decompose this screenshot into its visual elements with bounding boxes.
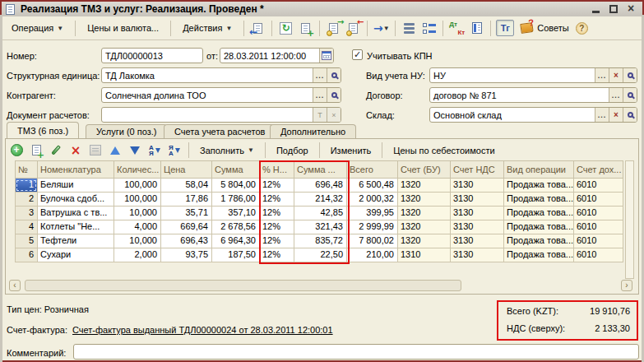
column-header[interactable]: Количес...	[114, 160, 161, 179]
edit-row-button[interactable]	[48, 142, 64, 159]
tab-services[interactable]: Услуги (0 поз.)	[86, 124, 167, 138]
table-cell[interactable]: 100,000	[114, 193, 161, 207]
table-cell[interactable]: 10,000	[114, 207, 161, 220]
table-cell[interactable]: 2,000	[114, 248, 161, 262]
kpn-checkbox[interactable]: ✓	[352, 49, 363, 60]
table-cell[interactable]: 2 999,99	[347, 220, 398, 234]
table-cell[interactable]: 835,72	[294, 234, 347, 248]
table-cell[interactable]: 187,50	[212, 248, 260, 262]
table-cell[interactable]: 7 800,02	[347, 234, 398, 248]
column-header[interactable]: Сумма	[212, 160, 260, 179]
table-row[interactable]: 6Сухари2,00093,75187,5012%22,50210,00131…	[15, 248, 623, 262]
column-header[interactable]: Всего	[347, 160, 398, 179]
change-button[interactable]: Изменить	[326, 143, 377, 158]
table-cell[interactable]: 3130	[451, 220, 504, 234]
end-edit-button[interactable]	[87, 142, 104, 159]
vertical-scrollbar[interactable]	[625, 160, 634, 279]
add-row-button[interactable]: +	[8, 142, 25, 159]
date-field[interactable]: 28.03.2011 12:00:00	[220, 48, 334, 63]
table-cell[interactable]: Продажа това...	[504, 193, 574, 207]
horizontal-scrollbar[interactable]: ‹ ›	[8, 279, 633, 292]
column-header[interactable]: Сумма ...	[294, 160, 347, 179]
table-cell[interactable]: 58,04	[161, 179, 212, 193]
column-header[interactable]: Вид операции	[504, 160, 574, 179]
warehouse-field[interactable]: Основной склад ... ×	[429, 107, 637, 123]
table-cell[interactable]: 210,00	[347, 248, 398, 262]
post-document-button[interactable]: ←	[249, 20, 266, 37]
comment-input[interactable]	[73, 344, 639, 360]
table-cell[interactable]: 696,48	[294, 179, 347, 193]
goto-button[interactable]: →▼	[373, 20, 390, 37]
dt-kt-button[interactable]: ДтКт	[448, 20, 466, 37]
table-cell[interactable]: Беляши	[38, 179, 114, 193]
table-row[interactable]: 1Беляши100,00058,045 804,0012%696,486 50…	[15, 179, 623, 193]
table-cell[interactable]: 6010	[574, 179, 623, 193]
table-cell[interactable]: 321,43	[294, 220, 347, 234]
table-cell[interactable]: 399,95	[347, 207, 398, 220]
table-cell[interactable]: 12%	[260, 220, 294, 234]
sort-desc-button[interactable]: ЯА	[166, 142, 183, 159]
nu-field[interactable]: НУ ... ×	[429, 67, 637, 83]
table-cell[interactable]: Ватрушка с тв...	[38, 207, 114, 220]
tab-settlement-accounts[interactable]: Счета учета расчетов	[164, 124, 276, 138]
table-cell[interactable]: 6010	[574, 207, 623, 220]
money-return-button[interactable]: ←	[345, 20, 362, 37]
table-cell[interactable]: Тефтели	[38, 234, 114, 248]
table-cell[interactable]: 3130	[451, 179, 504, 193]
table-cell[interactable]: 1320	[398, 220, 451, 234]
table-cell[interactable]: 12%	[260, 193, 294, 207]
copy-document-button[interactable]: +	[297, 20, 314, 37]
table-cell[interactable]: 12%	[260, 248, 294, 262]
tips-button[interactable]: Советы	[517, 21, 572, 35]
open-button[interactable]	[327, 88, 341, 102]
table-cell[interactable]: 6010	[574, 248, 623, 262]
table-cell[interactable]: 4,000	[114, 220, 161, 234]
table-cell[interactable]: 5 804,00	[212, 179, 260, 193]
fill-button[interactable]: Заполнить▼	[195, 143, 259, 158]
table-cell[interactable]: Продажа това...	[504, 248, 574, 262]
table-cell[interactable]: 12%	[260, 234, 294, 248]
table-cell[interactable]: Продажа това...	[504, 220, 574, 234]
structure-list-button[interactable]	[401, 20, 418, 37]
select-button[interactable]: ...	[609, 88, 623, 102]
column-header[interactable]: Номенклатура	[38, 160, 114, 179]
table-cell[interactable]: Котлеты "Не...	[38, 220, 114, 234]
select-button[interactable]: ...	[595, 68, 609, 82]
table-cell[interactable]: 6010	[574, 234, 623, 248]
open-button[interactable]	[623, 68, 637, 82]
clear-button[interactable]: ×	[609, 108, 623, 122]
table-cell[interactable]: Булочка сдоб...	[38, 193, 114, 207]
settlement-doc-field[interactable]: T ×	[101, 107, 341, 123]
table-cell[interactable]: Сухари	[38, 248, 114, 262]
minimize-button[interactable]	[591, 4, 601, 14]
select-button[interactable]: ...	[313, 68, 327, 82]
maximize-button[interactable]	[609, 4, 619, 14]
report-button[interactable]	[468, 20, 485, 37]
table-cell[interactable]: 2 000,32	[347, 193, 398, 207]
column-header[interactable]: Счет (БУ)	[398, 160, 451, 179]
select-button[interactable]: ...	[595, 108, 609, 122]
table-cell[interactable]: 214,32	[294, 193, 347, 207]
table-cell[interactable]: 42,85	[294, 207, 347, 220]
cost-prices-button[interactable]: Цены по себестоимости	[388, 143, 499, 158]
table-cell[interactable]: 6	[15, 248, 38, 262]
tab-tmz[interactable]: ТМЗ (6 поз.)	[7, 122, 79, 138]
table-cell[interactable]: 5	[15, 234, 38, 248]
scrollbar-track[interactable]	[21, 280, 620, 291]
table-cell[interactable]: 1320	[398, 179, 451, 193]
counterparty-field[interactable]: Солнечная долина ТОО ...	[101, 87, 341, 103]
table-cell[interactable]: 3130	[451, 234, 504, 248]
table-cell[interactable]: 10,000	[114, 234, 161, 248]
column-header[interactable]: % Н...	[260, 160, 294, 179]
tenge-display-toggle[interactable]: Тг	[496, 20, 514, 36]
invoice-link[interactable]: Счет-фактура выданный ТДЛ00000024 от 28.…	[72, 325, 333, 335]
calendar-button[interactable]	[319, 49, 333, 63]
table-cell[interactable]: 6010	[574, 220, 623, 234]
open-button[interactable]	[623, 108, 637, 122]
repost-button[interactable]: ↻	[277, 20, 294, 37]
table-cell[interactable]: 17,86	[161, 193, 212, 207]
scroll-left-button[interactable]: ‹	[9, 280, 21, 291]
help-button[interactable]: ?	[576, 22, 588, 35]
table-row[interactable]: 5Тефтели10,000696,436 964,3012%835,727 8…	[15, 234, 623, 248]
actions-button[interactable]: Действия▼	[176, 20, 239, 36]
